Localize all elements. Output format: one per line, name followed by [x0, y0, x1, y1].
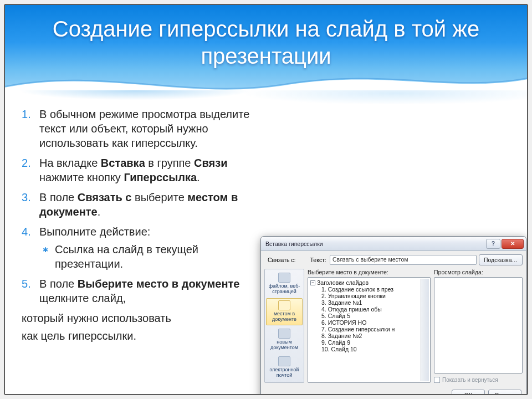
sidebar-item-new-doc[interactable]: новым документом: [266, 326, 303, 353]
step-1-text: В обычном режиме просмотра выделите текс…: [39, 108, 249, 149]
close-button[interactable]: ✕: [502, 239, 524, 249]
tree-item[interactable]: 1. Создание ссылок в през: [309, 286, 429, 293]
dialog-top-row: Связать с: Текст: Связать с выберите мес…: [264, 254, 523, 265]
hint-button[interactable]: Подсказка…: [479, 254, 523, 265]
step-3: В поле Связать с выберите местом в докум…: [18, 190, 268, 219]
sidebar-item-file-web[interactable]: файлом, веб-страницей: [266, 270, 303, 297]
text-label: Текст:: [307, 257, 328, 263]
choose-place-label: Выберите место в документе:: [308, 269, 431, 275]
tree-item[interactable]: 10. Слайд 10: [309, 346, 429, 352]
tree-item[interactable]: 2. Управляющие кнопки: [309, 293, 429, 299]
tree-item[interactable]: 7. Создание гиперссылки н: [309, 326, 429, 332]
tree-item[interactable]: 5. Слайд 5: [309, 313, 429, 319]
place-tree[interactable]: − Заголовки слайдов 1. Создание ссылок в…: [308, 277, 431, 383]
dialog-title: Вставка гиперссылки: [265, 241, 485, 247]
collapse-icon[interactable]: −: [310, 280, 315, 285]
dialog-main: файлом, веб-страницей местом в документе…: [264, 269, 523, 383]
step-4: Выполните действие: Ссылка на слайд в те…: [18, 224, 268, 271]
step-4-sub: Ссылка на слайд в текущей презентации.: [39, 242, 268, 271]
step-5: В поле Выберите место в документе щелкни…: [18, 277, 268, 305]
help-button[interactable]: ?: [486, 239, 500, 249]
show-return-row[interactable]: Показать и вернуться: [434, 377, 523, 383]
slide-body: В обычном режиме просмотра выделите текс…: [18, 107, 268, 346]
preview-box: [434, 277, 523, 374]
wave-divider: [4, 65, 528, 99]
preview-column: Просмотр слайда: Показать и вернуться: [434, 269, 523, 383]
tree-item[interactable]: 3. Задание №1: [309, 299, 429, 306]
tree-scrollbar[interactable]: [421, 279, 429, 381]
cancel-button[interactable]: Отмена: [488, 390, 521, 395]
globe-file-icon: [278, 273, 290, 283]
slide: Создание гиперссылки на слайд в той же п…: [4, 4, 528, 395]
preview-label: Просмотр слайда:: [434, 269, 523, 275]
trailing-line-1: который нужно использовать: [18, 311, 268, 325]
step-2: На вкладке Вставка в группе Связи нажмит…: [18, 156, 268, 185]
link-with-label: Связать с:: [264, 257, 297, 263]
new-doc-icon: [278, 329, 290, 339]
show-return-label: Показать и вернуться: [442, 377, 498, 383]
center-column: Выберите место в документе: − Заголовки …: [308, 269, 431, 383]
dialog-footer: ОК Отмена: [261, 386, 526, 395]
tree-item[interactable]: 8. Задание №2: [309, 332, 429, 339]
text-input[interactable]: Связать с выберите местом: [330, 255, 477, 265]
tree-group-headings[interactable]: − Заголовки слайдов: [309, 279, 429, 286]
sidebar-item-place-in-doc[interactable]: местом в документе: [266, 298, 303, 325]
tree-item[interactable]: 9. Слайд 9: [309, 339, 429, 346]
ok-button[interactable]: ОК: [452, 390, 485, 395]
checkbox-icon[interactable]: [434, 377, 440, 383]
email-icon: [278, 356, 290, 366]
slide-title: Создание гиперссылки на слайд в той же п…: [4, 16, 528, 70]
doc-place-icon: [278, 300, 290, 310]
tree-item[interactable]: 4. Откуда пришел обы: [309, 306, 429, 313]
sidebar-item-email[interactable]: электронной почтой: [266, 354, 303, 381]
insert-hyperlink-dialog: Вставка гиперссылки ? ✕ Связать с: Текст…: [260, 236, 526, 395]
step-1: В обычном режиме просмотра выделите текс…: [18, 107, 268, 150]
trailing-line-2: как цель гиперссылки.: [18, 329, 268, 343]
tree-item[interactable]: 6. ИСТОРИЯ НО: [309, 319, 429, 326]
dialog-body: Связать с: Текст: Связать с выберите мес…: [261, 251, 526, 386]
dialog-titlebar[interactable]: Вставка гиперссылки ? ✕: [261, 237, 526, 251]
link-to-sidebar: файлом, веб-страницей местом в документе…: [264, 269, 304, 383]
